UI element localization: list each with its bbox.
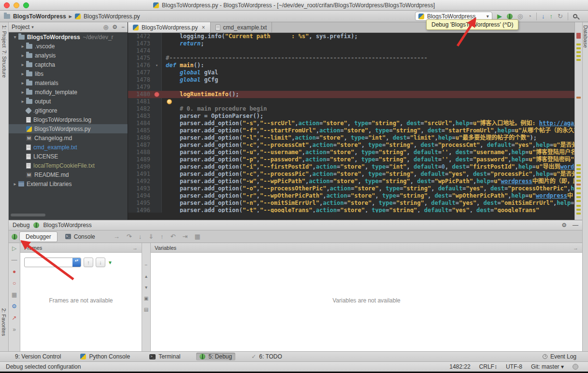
project-item-cmd-example-txt[interactable]: cmd_example.txt xyxy=(9,143,128,152)
error-stripe-mark[interactable] xyxy=(576,164,581,166)
project-settings-icon[interactable]: ⚙ xyxy=(112,24,117,30)
gutter-fold-column[interactable] xyxy=(152,185,162,192)
tool-button-structure[interactable]: 7: Structure xyxy=(1,50,7,78)
project-item-changelog-md[interactable]: MChangelog.md xyxy=(9,133,128,143)
error-stripe-mark[interactable] xyxy=(576,51,581,53)
frames-header-arrow-icon[interactable]: → xyxy=(132,245,138,251)
error-stripe-mark[interactable] xyxy=(576,168,581,170)
project-item-readme-md[interactable]: MREADME.md xyxy=(9,170,128,179)
breakpoint-dot[interactable] xyxy=(154,92,159,97)
error-stripe-mark[interactable] xyxy=(576,205,581,207)
code-text[interactable]: parser.add_option("-u","--username",acti… xyxy=(162,149,574,156)
run-button[interactable]: ▶ xyxy=(497,13,502,19)
tool-button-python-console[interactable]: Python Console xyxy=(77,353,133,360)
tree-chevron-icon[interactable]: ▸ xyxy=(19,71,26,76)
error-stripe-mark[interactable] xyxy=(576,196,581,198)
tab-console[interactable]: >_ Console xyxy=(59,232,101,242)
caret-position[interactable]: 1482:22 xyxy=(449,363,470,370)
code-text[interactable]: parser.add_option("-c","--processPic",ac… xyxy=(162,171,574,178)
tool-button-event-log[interactable]: Event Log xyxy=(543,353,576,360)
gutter-fold-column[interactable] xyxy=(152,113,162,120)
project-item-analysis[interactable]: ▸analysis xyxy=(9,51,128,60)
error-stripe-mark[interactable] xyxy=(576,97,581,99)
gutter-fold-column[interactable] xyxy=(152,76,162,84)
line-number[interactable]: 1491 xyxy=(128,171,152,178)
step-out-icon[interactable]: ↑ xyxy=(160,233,164,240)
gutter-fold-column[interactable] xyxy=(152,142,162,149)
navbar-file[interactable]: BlogsToWordpress.py xyxy=(84,13,140,20)
project-collapse-icon[interactable]: − xyxy=(121,24,125,30)
evaluate-expression-icon[interactable]: ▦ xyxy=(194,233,200,240)
tool-button-todo[interactable]: ✓ 6: TODO xyxy=(248,353,286,360)
tree-chevron-icon[interactable]: ▸ xyxy=(19,80,26,86)
gutter-fold-column[interactable] xyxy=(152,105,162,113)
project-item-blogstowordpress[interactable]: ▾BlogsToWordpress~/dev/dev_r xyxy=(9,32,128,42)
project-item-blogstowordpress-py[interactable]: BlogsToWordpress.py xyxy=(9,124,128,133)
drop-frame-icon[interactable]: ↶ xyxy=(171,233,176,240)
gutter-fold-column[interactable] xyxy=(152,120,162,127)
error-stripe-mark[interactable] xyxy=(576,47,581,49)
code-text[interactable]: parser.add_option("-t","--googleTrans",a… xyxy=(162,207,574,213)
vcs-history-button[interactable]: ↻ xyxy=(558,13,563,19)
line-number[interactable]: 1487 xyxy=(128,142,152,149)
line-number[interactable]: 1492 xyxy=(128,178,152,185)
project-item-materials[interactable]: ▸materials xyxy=(9,78,128,87)
code-text[interactable]: #---------------------------------------… xyxy=(162,55,574,62)
line-number[interactable]: 1488 xyxy=(128,149,152,156)
gutter-fold-column[interactable] xyxy=(152,47,162,55)
project-item-output[interactable]: ▸output xyxy=(9,97,128,106)
error-stripe-mark[interactable] xyxy=(576,59,581,61)
editor-tab-blogstowordpress[interactable]: BlogsToWordpress.py × xyxy=(128,22,211,32)
line-number[interactable]: 1496 xyxy=(128,207,152,213)
gutter-fold-column[interactable] xyxy=(152,163,162,171)
step-over-icon[interactable]: ↷ xyxy=(127,233,132,240)
hector-icon[interactable] xyxy=(573,364,578,370)
tree-chevron-icon[interactable]: ▸ xyxy=(19,62,26,67)
code-text[interactable]: parser.add_option("-w","--wpPicPath",act… xyxy=(162,178,574,185)
gutter-fold-column[interactable] xyxy=(152,40,162,47)
code-text[interactable]: global gCfg xyxy=(162,76,574,84)
vcs-update-button[interactable]: ↓ xyxy=(542,13,545,19)
tool-button-debug[interactable]: 5: Debug xyxy=(196,353,235,360)
search-everywhere-button[interactable] xyxy=(573,14,577,18)
profiler-button[interactable]: ◔ xyxy=(528,13,531,19)
code-area[interactable]: 1472 logging.info("Current path : %s", s… xyxy=(128,33,574,213)
tool-button-project[interactable]: 1: Project xyxy=(1,25,7,47)
tool-button-database[interactable]: Database xyxy=(583,25,588,48)
line-number[interactable]: 1474 xyxy=(128,47,152,55)
line-number[interactable]: 1481 xyxy=(128,98,152,105)
pin-tab-icon[interactable]: ↗ xyxy=(12,315,16,321)
code-text[interactable]: parser.add_option("-c","--processCmt",ac… xyxy=(162,142,574,149)
gutter-fold-column[interactable] xyxy=(152,69,162,76)
error-stripe-mark[interactable] xyxy=(576,213,581,215)
tree-chevron-icon[interactable]: ▸ xyxy=(19,89,26,95)
tab-debugger[interactable]: Debugger xyxy=(19,231,57,242)
code-text[interactable]: parser.add_option("-r","--wpOtherPicPath… xyxy=(162,192,574,200)
close-tab-icon[interactable]: × xyxy=(202,24,205,31)
frame-down-button[interactable]: ↓ xyxy=(96,258,105,267)
line-number[interactable]: 1475 xyxy=(128,55,152,62)
project-filter-icon[interactable]: ◎ xyxy=(103,24,108,30)
project-item-captcha[interactable]: ▸captcha xyxy=(9,60,128,69)
code-text[interactable]: parser = OptionParser(); xyxy=(162,113,574,120)
code-text[interactable]: logging.info("Current path : %s", sys.pr… xyxy=(162,33,574,40)
more-actions-icon[interactable]: » xyxy=(13,326,16,333)
view-breakpoints-icon[interactable]: ○ xyxy=(13,280,16,287)
tool-button-favorites[interactable]: 2: Favorites xyxy=(1,308,7,336)
project-item--gitignore[interactable]: .gitignore xyxy=(9,106,128,115)
error-stripe-mark[interactable] xyxy=(576,192,581,194)
stop-icon[interactable]: ● xyxy=(13,268,16,275)
code-text[interactable]: parser.add_option("-n","--omitSimErrUrl"… xyxy=(162,200,574,207)
line-number[interactable]: 1479 xyxy=(128,84,152,91)
navbar-project[interactable]: BlogsToWordpress xyxy=(13,13,66,20)
project-hscrollbar[interactable] xyxy=(11,214,45,216)
run-to-cursor-icon[interactable]: ⇥ xyxy=(182,233,187,240)
error-stripe-mark[interactable] xyxy=(576,33,581,39)
resume-program-icon[interactable]: ▷ xyxy=(12,245,16,252)
error-stripe-mark[interactable] xyxy=(576,43,581,45)
code-text[interactable]: parser.add_option("-f","--startFromUrl",… xyxy=(162,127,574,134)
encoding-widget[interactable]: UTF-8 xyxy=(506,363,522,370)
error-stripe-mark[interactable] xyxy=(576,176,581,178)
gutter-fold-column[interactable] xyxy=(152,98,162,105)
line-number[interactable]: 1472 xyxy=(128,33,152,40)
